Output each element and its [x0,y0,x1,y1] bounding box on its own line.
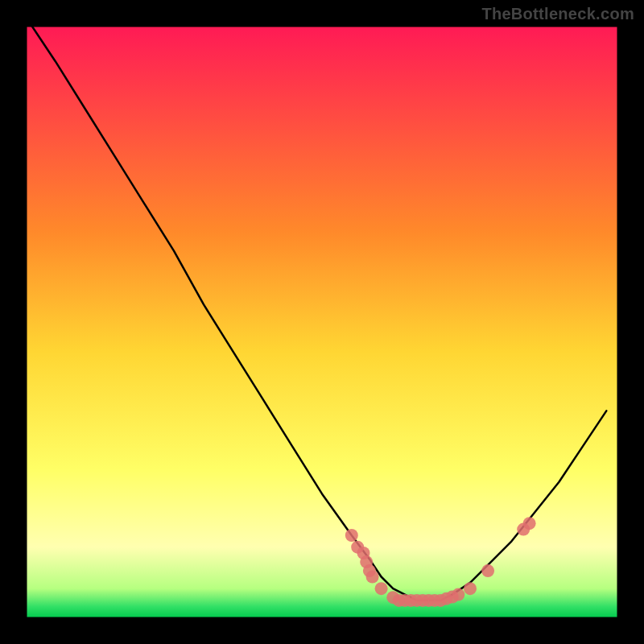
data-marker [452,588,464,601]
data-marker [375,582,388,595]
plot-area [26,26,618,618]
data-marker [345,529,358,542]
data-marker [523,517,536,530]
data-marker [481,564,494,577]
chart-frame: TheBottleneck.com [0,0,644,644]
data-marker [464,582,477,595]
watermark-text: TheBottleneck.com [481,5,634,23]
data-marker [366,571,379,584]
chart-svg [26,26,618,618]
